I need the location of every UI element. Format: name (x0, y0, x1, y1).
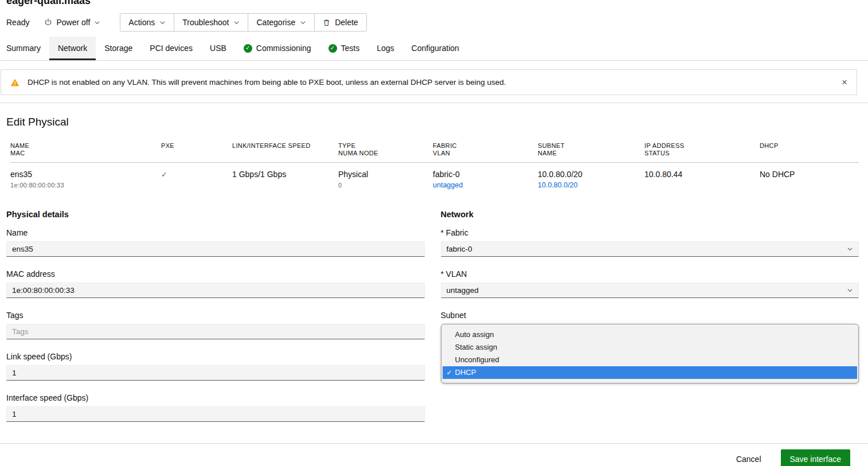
edit-physical-panel: Edit Physical NAMEMAC PXE LINK/INTERFACE… (0, 103, 868, 434)
link-speed-input[interactable] (6, 365, 425, 381)
cell-type-numa: Physical 0 (338, 170, 433, 189)
categorise-label: Categorise (256, 18, 295, 27)
power-label: Power off (56, 18, 90, 27)
link-speed-field-group: Link speed (Gbps) (6, 352, 425, 381)
vlan-select[interactable]: untagged (441, 283, 859, 298)
cell-dhcp: No DHCP (760, 170, 859, 189)
warning-icon (10, 78, 19, 87)
categorise-menu-button[interactable]: Categorise (248, 14, 315, 31)
tab-label: PCI devices (150, 44, 193, 53)
interface-name: ens35 (10, 170, 161, 179)
subnet-option-static-assign[interactable]: Static assign (443, 341, 858, 354)
tab-logs[interactable]: Logs (368, 37, 402, 60)
troubleshoot-label: Troubleshoot (182, 18, 229, 27)
network-title: Network (441, 210, 859, 219)
name-field-group: Name (6, 228, 425, 257)
cancel-button[interactable]: Cancel (736, 455, 761, 464)
interface-speed-input[interactable] (6, 406, 425, 422)
tab-storage[interactable]: Storage (96, 37, 141, 60)
tab-label: Commissioning (256, 44, 311, 53)
mac-label: MAC address (6, 269, 425, 279)
machine-title: eager-quail.maas (6, 0, 868, 7)
power-icon (44, 18, 52, 26)
tab-summary[interactable]: Summary (0, 37, 49, 60)
pxe-check-icon: ✓ (161, 170, 167, 179)
cell-name-mac: ens35 1e:00:80:00:00:33 (10, 170, 161, 189)
fabric-field-group: * Fabric fabric-0 (441, 228, 859, 257)
warning-message: DHCP is not enabled on any VLAN. This wi… (28, 78, 506, 87)
delete-button[interactable]: Delete (315, 14, 366, 31)
name-input[interactable] (6, 241, 425, 257)
chevron-down-icon (847, 246, 853, 252)
cell-link-speed: 1 Gbps/1 Gbps (232, 170, 338, 189)
interface-mac: 1e:00:80:00:00:33 (10, 182, 161, 189)
tab-tests[interactable]: ✓ Tests (320, 37, 369, 60)
subnet-cidr: 10.0.80.0/20 (538, 170, 644, 179)
power-menu-button[interactable]: Power off (42, 14, 103, 30)
subnet-field-group: Subnet Auto assign Static assign Unconfi… (441, 311, 859, 383)
edit-interface-form: Physical details Name MAC address Tags L… (6, 210, 859, 434)
tab-usb[interactable]: USB (201, 37, 235, 60)
interface-table-header: NAMEMAC PXE LINK/INTERFACE SPEED TYPENUM… (10, 142, 859, 163)
col-header-fabric-vlan: FABRICVLAN (433, 142, 538, 156)
tags-field-group: Tags (6, 311, 425, 339)
subnet-link[interactable]: 10.0.80.0/20 (538, 181, 578, 189)
save-interface-button[interactable]: Save interface (781, 449, 851, 466)
subnet-option-unconfigured[interactable]: Unconfigured (443, 354, 858, 366)
tab-configuration[interactable]: Configuration (403, 37, 468, 60)
subnet-option-auto-assign[interactable]: Auto assign (443, 328, 858, 341)
subnet-option-dhcp[interactable]: ✓ DHCP (443, 366, 858, 379)
tab-commissioning[interactable]: ✓ Commissioning (235, 37, 320, 60)
numa-node: 0 (338, 182, 433, 189)
mac-input[interactable] (6, 283, 425, 298)
link-speed-label: Link speed (Gbps) (6, 352, 425, 361)
cell-subnet: 10.0.80.0/20 10.0.80.0/20 (538, 170, 644, 189)
col-header-dhcp: DHCP (760, 142, 859, 156)
tab-label: Storage (104, 44, 132, 53)
tab-label: Network (58, 44, 87, 53)
col-header-type-numa: TYPENUMA NODE (338, 142, 433, 156)
machine-actions-group: Actions Troubleshoot Categorise Delete (120, 13, 366, 32)
tab-pci-devices[interactable]: PCI devices (141, 37, 201, 60)
machine-tabs: Summary Network Storage PCI devices USB … (0, 37, 868, 61)
col-header-pxe: PXE (161, 142, 232, 156)
network-column: Network * Fabric fabric-0 * VLAN untagge… (441, 210, 859, 434)
col-header-subnet-name: SUBNETNAME (538, 142, 644, 156)
form-footer: Cancel Save interface (0, 443, 868, 466)
name-label: Name (6, 228, 425, 237)
tags-label: Tags (6, 311, 425, 320)
tab-label: Configuration (412, 44, 459, 53)
vlan-link[interactable]: untagged (433, 181, 463, 189)
fabric-label: * Fabric (441, 228, 859, 237)
actions-menu-button[interactable]: Actions (120, 14, 174, 31)
vlan-field-group: * VLAN untagged (441, 269, 859, 298)
tags-input[interactable] (6, 324, 425, 339)
mac-field-group: MAC address (6, 269, 425, 298)
fabric-name: fabric-0 (433, 170, 538, 179)
col-header-link-speed: LINK/INTERFACE SPEED (232, 142, 338, 156)
chevron-down-icon (300, 19, 306, 26)
tab-label: Summary (6, 44, 41, 53)
subnet-dropdown-list: Auto assign Static assign Unconfigured ✓… (441, 324, 859, 383)
troubleshoot-menu-button[interactable]: Troubleshoot (174, 14, 248, 31)
fabric-select[interactable]: fabric-0 (441, 241, 859, 257)
chevron-down-icon (847, 287, 853, 293)
interface-table-row: ens35 1e:00:80:00:00:33 ✓ 1 Gbps/1 Gbps … (10, 163, 859, 197)
close-icon[interactable]: × (842, 77, 847, 87)
actions-label: Actions (128, 18, 155, 27)
vlan-label: * VLAN (441, 269, 859, 279)
dhcp-warning-banner: DHCP is not enabled on any VLAN. This wi… (1, 69, 857, 95)
interface-speed-field-group: Interface speed (Gbps) (6, 393, 425, 422)
fabric-selected-value: fabric-0 (447, 245, 472, 253)
edit-physical-title: Edit Physical (6, 116, 859, 128)
physical-details-column: Physical details Name MAC address Tags L… (6, 210, 425, 434)
tab-network[interactable]: Network (49, 37, 96, 60)
tab-label: Logs (377, 44, 394, 53)
cell-ip-address: 10.0.80.44 (644, 170, 760, 189)
vlan-selected-value: untagged (447, 286, 479, 295)
col-header-name-mac: NAMEMAC (10, 142, 161, 156)
success-check-icon: ✓ (329, 44, 337, 53)
chevron-down-icon (159, 19, 166, 26)
physical-details-title: Physical details (6, 210, 425, 219)
success-check-icon: ✓ (244, 44, 252, 53)
